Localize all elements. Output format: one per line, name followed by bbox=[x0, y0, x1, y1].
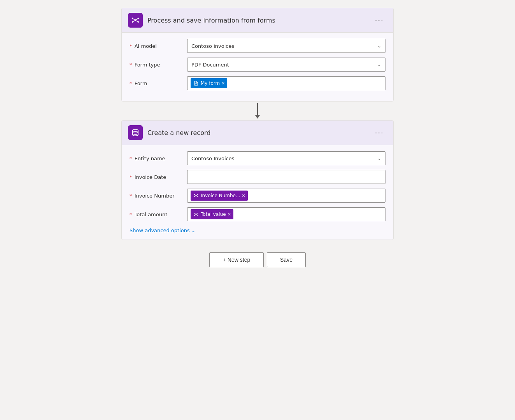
arrow-head bbox=[255, 115, 260, 119]
entity-name-chevron: ⌄ bbox=[377, 156, 381, 161]
save-button[interactable]: Save bbox=[267, 252, 306, 267]
step2-card: Create a new record ··· * Entity name Co… bbox=[121, 120, 394, 240]
svg-point-9 bbox=[133, 130, 138, 132]
svg-line-24 bbox=[194, 213, 196, 214]
ai-model-input[interactable]: Contoso invoices ⌄ bbox=[187, 39, 385, 53]
entity-name-label: * Entity name bbox=[130, 156, 184, 161]
form-row: * Form My form ✕ bbox=[130, 76, 385, 90]
svg-line-25 bbox=[196, 213, 198, 214]
svg-line-27 bbox=[196, 214, 198, 215]
svg-line-15 bbox=[194, 194, 196, 196]
invoice-date-row: * Invoice Date bbox=[130, 170, 385, 184]
ai-model-row: * AI model Contoso invoices ⌄ bbox=[130, 39, 385, 53]
total-amount-tag-container[interactable]: Total value ✕ bbox=[187, 207, 385, 221]
svg-line-17 bbox=[194, 196, 196, 197]
invoice-number-tag: Invoice Numbe... ✕ bbox=[191, 191, 248, 201]
step2-icon bbox=[128, 125, 143, 140]
svg-line-18 bbox=[196, 196, 198, 197]
form-tag-remove[interactable]: ✕ bbox=[221, 81, 225, 86]
svg-line-5 bbox=[133, 18, 135, 20]
total-amount-row: * Total amount bbox=[130, 207, 385, 221]
invoice-date-input[interactable] bbox=[187, 170, 385, 184]
entity-name-input[interactable]: Contoso Invoices ⌄ bbox=[187, 151, 385, 165]
invoice-date-label: * Invoice Date bbox=[130, 174, 184, 180]
step1-more-button[interactable]: ··· bbox=[372, 15, 387, 26]
invoice-number-tag-icon bbox=[193, 192, 199, 199]
ai-model-label: * AI model bbox=[130, 43, 184, 49]
arrow-line bbox=[257, 103, 258, 115]
step1-icon bbox=[128, 13, 143, 28]
form-type-input[interactable]: PDF Document ⌄ bbox=[187, 58, 385, 72]
svg-line-6 bbox=[135, 18, 138, 20]
step2-body: * Entity name Contoso Invoices ⌄ * Invoi… bbox=[122, 145, 393, 240]
entity-name-row: * Entity name Contoso Invoices ⌄ bbox=[130, 151, 385, 165]
step2-title: Create a new record bbox=[147, 129, 367, 136]
total-amount-tag-remove[interactable]: ✕ bbox=[228, 212, 231, 217]
show-advanced-button[interactable]: Show advanced options ⌄ bbox=[130, 228, 196, 233]
form-type-row: * Form type PDF Document ⌄ bbox=[130, 58, 385, 72]
arrow-connector-1 bbox=[255, 103, 260, 119]
form-tag-icon bbox=[193, 80, 199, 86]
form-tag-container[interactable]: My form ✕ bbox=[187, 76, 385, 90]
form-tag: My form ✕ bbox=[191, 78, 227, 88]
svg-line-8 bbox=[135, 20, 138, 22]
form-type-chevron: ⌄ bbox=[377, 62, 381, 67]
chevron-down-icon: ⌄ bbox=[191, 228, 196, 233]
new-step-button[interactable]: + New step bbox=[209, 252, 264, 267]
total-amount-tag-icon bbox=[193, 211, 199, 217]
svg-line-7 bbox=[133, 20, 135, 22]
step1-card: Process and save information from forms … bbox=[121, 8, 394, 102]
form-type-label: * Form type bbox=[130, 62, 184, 68]
step1-header: Process and save information from forms … bbox=[122, 8, 393, 33]
step2-more-button[interactable]: ··· bbox=[372, 127, 387, 138]
ai-builder-icon bbox=[131, 16, 140, 24]
invoice-number-tag-remove[interactable]: ✕ bbox=[242, 193, 245, 198]
step2-header: Create a new record ··· bbox=[122, 121, 393, 145]
total-amount-label: * Total amount bbox=[130, 212, 184, 217]
invoice-number-label: * Invoice Number bbox=[130, 193, 184, 199]
step1-title: Process and save information from forms bbox=[147, 17, 367, 24]
bottom-buttons: + New step Save bbox=[209, 252, 306, 267]
dataverse-icon bbox=[131, 128, 140, 137]
total-amount-tag: Total value ✕ bbox=[191, 209, 233, 219]
form-label: * Form bbox=[130, 80, 184, 86]
invoice-number-tag-container[interactable]: Invoice Numbe... ✕ bbox=[187, 189, 385, 203]
ai-model-chevron: ⌄ bbox=[377, 43, 381, 49]
invoice-number-row: * Invoice Number bbox=[130, 189, 385, 203]
svg-line-16 bbox=[196, 194, 198, 196]
svg-line-26 bbox=[194, 214, 196, 215]
step1-body: * AI model Contoso invoices ⌄ * Form typ… bbox=[122, 33, 393, 101]
